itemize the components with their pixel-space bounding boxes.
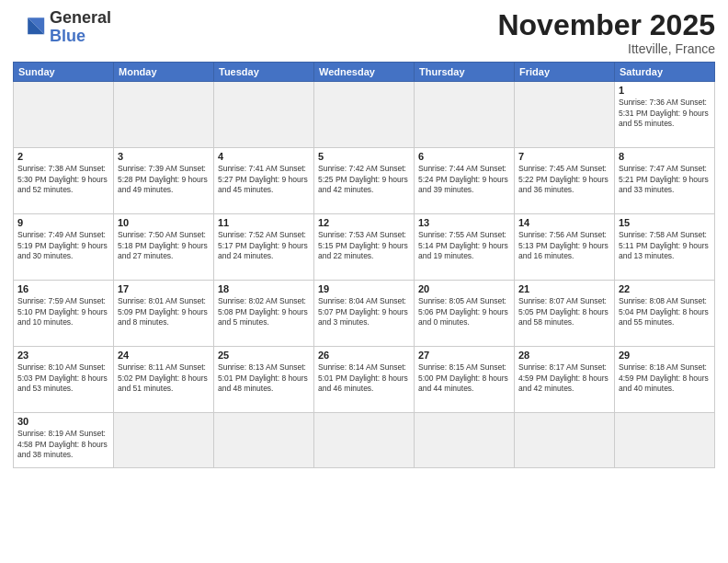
calendar-cell: 20Sunrise: 8:05 AM Sunset: 5:06 PM Dayli…: [415, 281, 515, 347]
calendar-cell: 23Sunrise: 8:10 AM Sunset: 5:03 PM Dayli…: [14, 347, 114, 413]
day-info: Sunrise: 7:44 AM Sunset: 5:24 PM Dayligh…: [418, 164, 510, 195]
month-title: November 2025: [497, 9, 715, 41]
calendar-cell: 10Sunrise: 7:50 AM Sunset: 5:18 PM Dayli…: [114, 214, 214, 281]
day-info: Sunrise: 8:10 AM Sunset: 5:03 PM Dayligh…: [17, 362, 109, 394]
calendar-cell: [214, 413, 314, 468]
day-number: 6: [418, 151, 510, 162]
day-number: 1: [619, 85, 711, 96]
day-number: 2: [17, 151, 109, 162]
day-info: Sunrise: 7:42 AM Sunset: 5:25 PM Dayligh…: [318, 164, 410, 195]
day-info: Sunrise: 8:08 AM Sunset: 5:04 PM Dayligh…: [619, 296, 711, 327]
day-number: 22: [619, 283, 711, 294]
day-info: Sunrise: 7:53 AM Sunset: 5:15 PM Dayligh…: [318, 230, 410, 261]
logo-blue: Blue: [50, 27, 85, 45]
calendar-cell: 22Sunrise: 8:08 AM Sunset: 5:04 PM Dayli…: [615, 281, 715, 347]
day-number: 19: [318, 283, 410, 294]
day-info: Sunrise: 7:47 AM Sunset: 5:21 PM Dayligh…: [619, 164, 711, 195]
day-number: 3: [118, 151, 210, 162]
logo-general: General: [50, 8, 111, 27]
calendar-cell: [515, 82, 615, 148]
calendar-cell: 26Sunrise: 8:14 AM Sunset: 5:01 PM Dayli…: [314, 347, 415, 413]
day-info: Sunrise: 7:36 AM Sunset: 5:31 PM Dayligh…: [619, 98, 711, 129]
col-monday: Monday: [114, 63, 214, 82]
calendar-cell: 9Sunrise: 7:49 AM Sunset: 5:19 PM Daylig…: [14, 214, 114, 281]
day-number: 25: [218, 350, 310, 361]
day-info: Sunrise: 8:19 AM Sunset: 4:58 PM Dayligh…: [17, 429, 109, 460]
generalblue-logo-icon: [13, 11, 46, 44]
day-info: Sunrise: 8:13 AM Sunset: 5:01 PM Dayligh…: [218, 362, 310, 394]
calendar-cell: 4Sunrise: 7:41 AM Sunset: 5:27 PM Daylig…: [214, 148, 314, 214]
logo: General Blue: [13, 9, 111, 46]
calendar-cell: 16Sunrise: 7:59 AM Sunset: 5:10 PM Dayli…: [14, 281, 114, 347]
day-number: 15: [619, 217, 711, 228]
calendar-cell: [615, 413, 715, 468]
day-info: Sunrise: 8:05 AM Sunset: 5:06 PM Dayligh…: [418, 296, 510, 327]
day-info: Sunrise: 8:02 AM Sunset: 5:08 PM Dayligh…: [218, 296, 310, 327]
day-info: Sunrise: 8:01 AM Sunset: 5:09 PM Dayligh…: [118, 296, 210, 327]
day-number: 5: [318, 151, 410, 162]
calendar-cell: 29Sunrise: 8:18 AM Sunset: 4:59 PM Dayli…: [615, 347, 715, 413]
calendar-cell: 14Sunrise: 7:56 AM Sunset: 5:13 PM Dayli…: [515, 214, 615, 281]
col-friday: Friday: [515, 63, 615, 82]
col-wednesday: Wednesday: [314, 63, 415, 82]
calendar-cell: 27Sunrise: 8:15 AM Sunset: 5:00 PM Dayli…: [415, 347, 515, 413]
day-info: Sunrise: 8:15 AM Sunset: 5:00 PM Dayligh…: [418, 362, 510, 394]
calendar-cell: 6Sunrise: 7:44 AM Sunset: 5:24 PM Daylig…: [415, 148, 515, 214]
day-info: Sunrise: 8:18 AM Sunset: 4:59 PM Dayligh…: [619, 362, 711, 394]
day-number: 30: [17, 416, 109, 427]
day-info: Sunrise: 7:39 AM Sunset: 5:28 PM Dayligh…: [118, 164, 210, 195]
calendar: Sunday Monday Tuesday Wednesday Thursday…: [13, 62, 715, 468]
day-number: 20: [418, 283, 510, 294]
day-info: Sunrise: 8:17 AM Sunset: 4:59 PM Dayligh…: [518, 362, 610, 394]
day-number: 17: [118, 283, 210, 294]
logo-text: General Blue: [50, 9, 111, 46]
day-number: 10: [118, 217, 210, 228]
day-number: 18: [218, 283, 310, 294]
calendar-cell: [114, 413, 214, 468]
day-info: Sunrise: 8:04 AM Sunset: 5:07 PM Dayligh…: [318, 296, 410, 327]
day-number: 24: [118, 350, 210, 361]
day-info: Sunrise: 7:59 AM Sunset: 5:10 PM Dayligh…: [17, 296, 109, 327]
calendar-cell: [14, 82, 114, 148]
day-info: Sunrise: 7:45 AM Sunset: 5:22 PM Dayligh…: [518, 164, 610, 195]
day-info: Sunrise: 7:50 AM Sunset: 5:18 PM Dayligh…: [118, 230, 210, 261]
day-info: Sunrise: 7:52 AM Sunset: 5:17 PM Dayligh…: [218, 230, 310, 261]
day-info: Sunrise: 7:41 AM Sunset: 5:27 PM Dayligh…: [218, 164, 310, 195]
col-sunday: Sunday: [14, 63, 114, 82]
day-number: 14: [518, 217, 610, 228]
day-info: Sunrise: 7:58 AM Sunset: 5:11 PM Dayligh…: [619, 230, 711, 261]
calendar-week-2: 2Sunrise: 7:38 AM Sunset: 5:30 PM Daylig…: [14, 148, 715, 214]
calendar-cell: 8Sunrise: 7:47 AM Sunset: 5:21 PM Daylig…: [615, 148, 715, 214]
day-info: Sunrise: 8:07 AM Sunset: 5:05 PM Dayligh…: [518, 296, 610, 327]
calendar-cell: 13Sunrise: 7:55 AM Sunset: 5:14 PM Dayli…: [415, 214, 515, 281]
calendar-cell: [314, 82, 415, 148]
day-info: Sunrise: 7:49 AM Sunset: 5:19 PM Dayligh…: [17, 230, 109, 261]
day-number: 16: [17, 283, 109, 294]
col-saturday: Saturday: [615, 63, 715, 82]
day-info: Sunrise: 7:56 AM Sunset: 5:13 PM Dayligh…: [518, 230, 610, 261]
day-number: 23: [17, 350, 109, 361]
calendar-cell: 18Sunrise: 8:02 AM Sunset: 5:08 PM Dayli…: [214, 281, 314, 347]
calendar-cell: 3Sunrise: 7:39 AM Sunset: 5:28 PM Daylig…: [114, 148, 214, 214]
calendar-cell: 1Sunrise: 7:36 AM Sunset: 5:31 PM Daylig…: [615, 82, 715, 148]
calendar-week-1: 1Sunrise: 7:36 AM Sunset: 5:31 PM Daylig…: [14, 82, 715, 148]
day-number: 7: [518, 151, 610, 162]
calendar-cell: [214, 82, 314, 148]
calendar-week-6: 30Sunrise: 8:19 AM Sunset: 4:58 PM Dayli…: [14, 413, 715, 468]
day-number: 21: [518, 283, 610, 294]
calendar-cell: [515, 413, 615, 468]
calendar-week-4: 16Sunrise: 7:59 AM Sunset: 5:10 PM Dayli…: [14, 281, 715, 347]
calendar-header-row: Sunday Monday Tuesday Wednesday Thursday…: [14, 63, 715, 82]
calendar-cell: 2Sunrise: 7:38 AM Sunset: 5:30 PM Daylig…: [14, 148, 114, 214]
calendar-cell: 25Sunrise: 8:13 AM Sunset: 5:01 PM Dayli…: [214, 347, 314, 413]
calendar-cell: 19Sunrise: 8:04 AM Sunset: 5:07 PM Dayli…: [314, 281, 415, 347]
day-number: 29: [619, 350, 711, 361]
page: General Blue November 2025 Itteville, Fr…: [0, 0, 728, 563]
calendar-cell: 17Sunrise: 8:01 AM Sunset: 5:09 PM Dayli…: [114, 281, 214, 347]
day-info: Sunrise: 7:38 AM Sunset: 5:30 PM Dayligh…: [17, 164, 109, 195]
day-number: 27: [418, 350, 510, 361]
day-number: 4: [218, 151, 310, 162]
calendar-cell: 5Sunrise: 7:42 AM Sunset: 5:25 PM Daylig…: [314, 148, 415, 214]
day-info: Sunrise: 8:11 AM Sunset: 5:02 PM Dayligh…: [118, 362, 210, 394]
calendar-cell: 30Sunrise: 8:19 AM Sunset: 4:58 PM Dayli…: [14, 413, 114, 468]
